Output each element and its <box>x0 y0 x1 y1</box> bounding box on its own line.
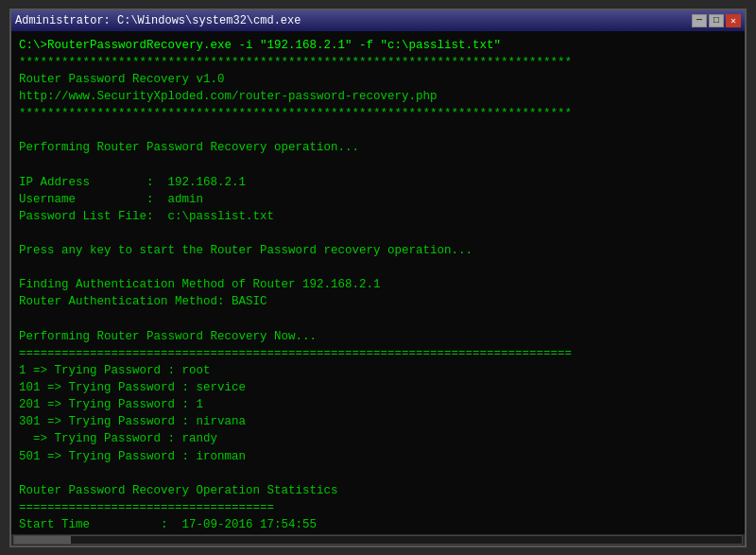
try-2: 101 => Trying Password : service <box>19 379 737 396</box>
minimize-button[interactable]: ─ <box>692 14 707 27</box>
press-key: Press any key to start the Router Passwo… <box>19 242 737 259</box>
separator-1: ****************************************… <box>19 54 737 71</box>
blank-3 <box>19 225 737 242</box>
passlist-label: Password List File: <box>19 210 168 223</box>
ip-label: IP Address : <box>19 176 168 189</box>
passlist-line: Password List File: c:\passlist.txt <box>19 208 737 225</box>
user-line: Username : admin <box>19 191 737 208</box>
try-3: 201 => Trying Password : 1 <box>19 396 737 413</box>
performing-now: Performing Router Password Recovery Now.… <box>19 328 737 345</box>
auth-method: Router Authentication Method: BASIC <box>19 293 737 310</box>
blank-4 <box>19 259 737 276</box>
separator-3: ========================================… <box>19 345 737 362</box>
app-name: Router Password Recovery v1.0 <box>19 71 737 88</box>
separator-2: ****************************************… <box>19 105 737 122</box>
separator-4: ==================================== <box>19 499 737 516</box>
window-title: Administrator: C:\Windows\system32\cmd.e… <box>15 14 301 27</box>
finding-auth: Finding Authentication Method of Router … <box>19 276 737 293</box>
try-1: 1 => Trying Password : root <box>19 362 737 379</box>
start-time: Start Time : 17-09-2016 17:54:55 <box>19 516 737 533</box>
start-time-val: 17-09-2016 17:54:55 <box>182 518 318 531</box>
try-4: 301 => Trying Password : nirvana <box>19 413 737 430</box>
window-controls: ─ □ ✕ <box>692 14 741 27</box>
blank-2 <box>19 156 737 173</box>
scrollbar-track[interactable] <box>13 535 743 545</box>
stats-title: Router Password Recovery Operation Stati… <box>19 482 737 499</box>
performing-text: Performing Router Password Recovery oper… <box>19 139 737 156</box>
scrollbar-thumb[interactable] <box>14 536 71 544</box>
ip-line: IP Address : 192.168.2.1 <box>19 174 737 191</box>
cmd-window: Administrator: C:\Windows\system32\cmd.e… <box>9 9 747 547</box>
user-label: Username : <box>19 193 168 206</box>
user-value: admin <box>168 193 204 206</box>
try-5: => Trying Password : randy <box>19 430 737 447</box>
console-output: C:\>RouterPasswordRecovery.exe -i "192.1… <box>11 31 745 534</box>
scrollbar-area <box>11 534 745 546</box>
passlist-value: c:\passlist.txt <box>168 210 275 223</box>
app-url: http://www.SecurityXploded.com/router-pa… <box>19 88 737 105</box>
start-time-label: Start Time : <box>19 518 182 531</box>
maximize-button[interactable]: □ <box>709 14 724 27</box>
ip-value: 192.168.2.1 <box>168 176 247 189</box>
title-bar: Administrator: C:\Windows\system32\cmd.e… <box>11 10 745 31</box>
blank-1 <box>19 122 737 139</box>
try-6: 501 => Trying Password : ironman <box>19 448 737 465</box>
command-line: C:\>RouterPasswordRecovery.exe -i "192.1… <box>19 37 737 54</box>
blank-6 <box>19 465 737 482</box>
blank-5 <box>19 311 737 328</box>
close-button[interactable]: ✕ <box>726 14 741 27</box>
